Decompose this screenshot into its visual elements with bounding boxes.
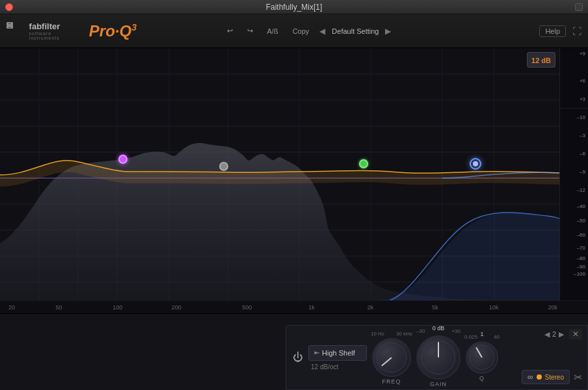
db-label-m60: –60: [560, 228, 588, 242]
freq-label-5k: 5k: [432, 304, 438, 311]
freq-label-500: 500: [242, 304, 252, 311]
proq-logo: Pro·Q3: [89, 22, 137, 40]
freq-knob-group: 10 Hz 30 kHz FREQ: [371, 331, 412, 385]
q-knob-container: 1: [466, 341, 498, 374]
db-label-m40: –40: [560, 199, 588, 213]
db-label-p6: +6: [560, 72, 588, 90]
freq-min-label: 10 Hz: [371, 331, 384, 337]
band-power-button[interactable]: ⏻: [291, 350, 304, 365]
scissors-button[interactable]: ✂: [574, 371, 582, 384]
expand-button[interactable]: [575, 3, 583, 11]
fullscreen-button[interactable]: ⛶: [572, 26, 581, 36]
logo-text: fabfilter software instruments: [29, 21, 81, 40]
gain-knob-label: GAIN: [430, 381, 447, 387]
band-prev-button[interactable]: ◀: [544, 330, 550, 339]
logo-icon: ▪▪▪▪: [7, 22, 24, 40]
stereo-button[interactable]: ∞ Stereo: [522, 370, 570, 384]
q-knob-label: Q: [479, 375, 485, 382]
db-scale: +9 +6 +3 –10 –3 –6 –9 –12 –40 –50 –60 –7…: [559, 48, 588, 300]
undo-button[interactable]: ↩: [223, 25, 237, 36]
db-label-m6: –6: [560, 144, 588, 162]
eq-node-4[interactable]: [470, 158, 481, 170]
freq-label-1k: 1k: [308, 304, 315, 311]
redo-button[interactable]: ↪: [243, 25, 257, 36]
freq-label-10k: 10k: [489, 304, 499, 311]
band-next-button[interactable]: ▶: [559, 330, 564, 339]
freq-label-2k: 2k: [368, 304, 374, 311]
link-icon: ∞: [528, 372, 533, 382]
db-label-m9: –9: [560, 162, 588, 181]
close-button[interactable]: [5, 3, 13, 11]
db-label-0: –10: [560, 108, 588, 126]
band-slope-label: 12 dB/oct: [308, 363, 338, 370]
header-controls: ↩ ↪ A/ß Copy ◀ Default Setting ▶: [137, 25, 477, 36]
q-min-label: 0.025: [464, 334, 477, 340]
freq-scale: 20 50 100 200 500 1k 2k 5k 10k 20k: [0, 300, 588, 313]
band-type-icon: ⇤: [314, 349, 319, 356]
logo-subtitle: software instruments: [29, 31, 81, 40]
eq-display: 12 dB: [0, 48, 588, 300]
stereo-dot: [537, 374, 542, 380]
db-label-p3: +3: [560, 90, 588, 108]
header-right: Help ⛶: [477, 25, 581, 37]
band-type-button[interactable]: ⇤ High Shelf: [308, 345, 367, 361]
preset-name: Default Setting: [332, 27, 379, 35]
logo-area: ▪▪▪▪ fabfilter software instruments Pro·…: [7, 21, 137, 40]
freq-max-label: 30 kHz: [396, 331, 412, 337]
db-label-m100: –100: [560, 270, 588, 277]
q-knob-group: 0.025 40 1 Q: [464, 334, 500, 382]
db-range-badge[interactable]: 12 dB: [527, 52, 555, 68]
freq-knob-label: FREQ: [382, 378, 401, 385]
band-nav-area: ◀ 2 ▶ ✕: [544, 329, 582, 339]
band-number: 2: [552, 330, 556, 338]
logo-fabfilter: fabfilter: [29, 21, 60, 31]
freq-label-100: 100: [113, 304, 122, 311]
gain-min-label: –30: [416, 328, 425, 334]
eq-node-1[interactable]: [118, 155, 127, 164]
bottom-panel: ⏻ ⇤ High Shelf 12 dB/oct 10 Hz 30 kHz FR…: [0, 313, 588, 390]
q-value-display: 1: [480, 331, 483, 337]
db-label-m90: –90: [560, 263, 588, 270]
db-label-m70: –70: [560, 242, 588, 254]
prev-preset-button[interactable]: ◀: [319, 27, 325, 36]
db-label-m12: –12: [560, 181, 588, 199]
ab-button[interactable]: A/ß: [263, 26, 282, 36]
band-type-label: High Shelf: [322, 349, 355, 357]
plugin-header: ▪▪▪▪ fabfilter software instruments Pro·…: [0, 14, 588, 48]
band-type-section: ⇤ High Shelf 12 dB/oct: [308, 345, 367, 370]
freq-knob[interactable]: [372, 338, 411, 377]
db-label-p9: +9: [560, 51, 588, 72]
band-power-section: ⏻: [291, 350, 304, 365]
eq-node-3[interactable]: [359, 159, 368, 168]
freq-label-20k: 20k: [548, 304, 557, 311]
gain-max-label: +30: [451, 328, 461, 334]
gain-knob-group: –30 +30 0 dB GAIN: [416, 328, 461, 387]
eq-node-2[interactable]: [219, 162, 228, 171]
band-close-button[interactable]: ✕: [569, 329, 582, 339]
db-label-m3: –3: [560, 126, 588, 144]
db-label-m80: –80: [560, 254, 588, 263]
gain-knob[interactable]: [416, 335, 461, 380]
gain-value-display: 0 dB: [433, 325, 445, 332]
copy-button[interactable]: Copy: [289, 26, 314, 36]
freq-label-20: 20: [8, 304, 15, 311]
window-title: Faithfully_Mix[1]: [266, 3, 323, 12]
freq-label-50: 50: [55, 304, 62, 311]
help-button[interactable]: Help: [539, 25, 566, 37]
band-controls-panel: ⏻ ⇤ High Shelf 12 dB/oct 10 Hz 30 kHz FR…: [286, 325, 588, 390]
gain-knob-container: 0 dB: [416, 335, 461, 380]
db-label-m50: –50: [560, 213, 588, 228]
freq-label-200: 200: [172, 304, 181, 311]
q-knob[interactable]: [466, 341, 498, 374]
title-bar: Faithfully_Mix[1]: [0, 0, 588, 14]
q-max-label: 40: [494, 334, 500, 340]
eq-nodes-layer: [0, 48, 559, 300]
stereo-controls: ∞ Stereo ✂: [522, 370, 582, 384]
next-preset-button[interactable]: ▶: [385, 27, 391, 36]
stereo-label: Stereo: [545, 374, 564, 381]
